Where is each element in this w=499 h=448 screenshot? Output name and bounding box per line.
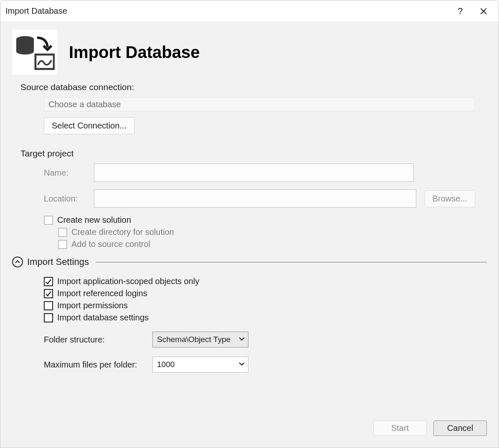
add-source-control-label: Add to source control [71, 239, 150, 249]
import-settings-header[interactable]: Import Settings [12, 257, 487, 267]
folder-structure-select[interactable]: Schema\Object Type [152, 332, 248, 347]
help-button[interactable]: ? [448, 0, 472, 22]
database-display: Choose a database [44, 97, 475, 111]
import-db-settings-checkbox[interactable] [44, 313, 53, 322]
max-files-value: 1000 [157, 360, 175, 369]
dialog-header: Import Database [12, 30, 487, 75]
close-button[interactable] [472, 0, 495, 22]
import-db-settings-label: Import database settings [57, 313, 149, 322]
cancel-button[interactable]: Cancel [433, 420, 487, 436]
import-settings-label: Import Settings [27, 257, 89, 267]
svg-point-2 [16, 48, 34, 54]
target-location-input[interactable] [94, 189, 416, 208]
import-settings-panel: Import application-scoped objects only I… [44, 277, 487, 372]
browse-button[interactable]: Browse... [425, 190, 475, 207]
target-section-label: Target project [20, 148, 487, 159]
folder-structure-label: Folder structure: [44, 335, 148, 345]
source-section-label: Source database connection: [20, 82, 487, 92]
max-files-select[interactable]: 1000 [152, 357, 248, 372]
import-ref-logins-checkbox[interactable] [44, 289, 53, 298]
dialog-footer: Start Cancel [373, 420, 487, 436]
collapse-toggle[interactable] [12, 257, 23, 267]
target-name-input[interactable] [94, 164, 414, 182]
max-files-label: Maximum files per folder: [44, 360, 148, 370]
import-app-scoped-label: Import application-scoped objects only [57, 277, 199, 286]
select-connection-button[interactable]: Select Connection... [44, 117, 134, 134]
import-permissions-label: Import permissions [57, 301, 128, 310]
chevron-down-icon [239, 335, 245, 344]
titlebar: Import Database ? [0, 0, 499, 22]
create-new-solution-label: Create new solution [57, 215, 131, 225]
target-location-label: Location: [44, 194, 86, 204]
target-name-label: Name: [44, 168, 86, 178]
dialog-heading: Import Database [69, 43, 200, 62]
chevron-down-icon [239, 360, 245, 369]
section-rule [96, 262, 487, 262]
dialog-content: Import Database Source database connecti… [0, 22, 499, 448]
close-icon [480, 8, 487, 15]
window-title: Import Database [5, 6, 448, 16]
import-app-scoped-checkbox[interactable] [44, 277, 53, 286]
create-directory-label: Create directory for solution [71, 227, 174, 237]
create-directory-checkbox[interactable] [58, 228, 67, 237]
import-database-icon [12, 30, 57, 75]
add-source-control-checkbox[interactable] [58, 240, 67, 249]
create-new-solution-checkbox[interactable] [44, 216, 53, 225]
folder-structure-value: Schema\Object Type [157, 335, 231, 344]
import-database-dialog: Import Database ? [0, 0, 499, 448]
start-button[interactable]: Start [373, 420, 427, 436]
import-permissions-checkbox[interactable] [44, 301, 53, 310]
import-ref-logins-label: Import referenced logins [57, 289, 147, 298]
chevron-up-icon [15, 259, 20, 264]
